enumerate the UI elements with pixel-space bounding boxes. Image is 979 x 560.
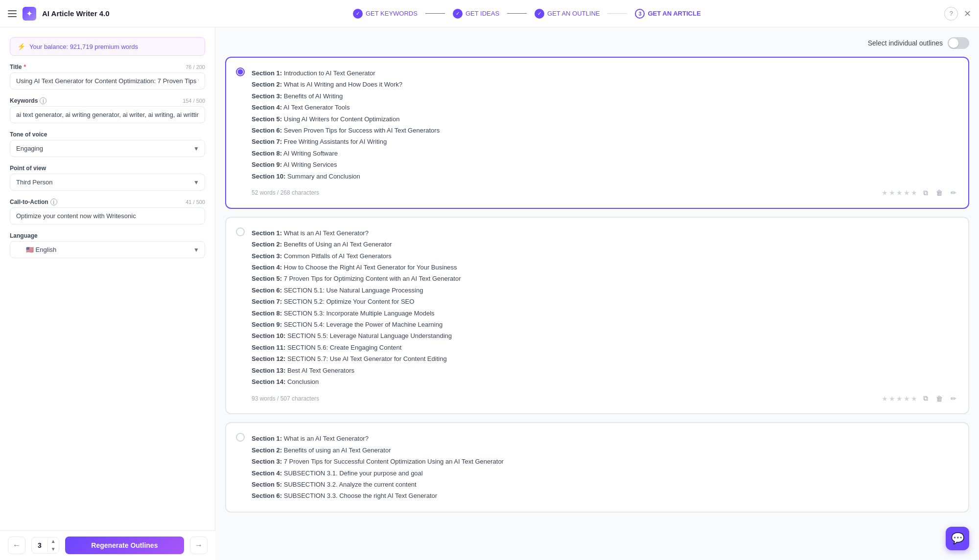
app-title: AI Article Writer 4.0 [42,9,110,18]
star-2[interactable]: ★ [889,395,895,403]
keywords-label: Keywords i [10,97,47,104]
keywords-info-icon[interactable]: i [40,97,47,104]
language-field-group: Language 🇺🇸 English 🇪🇸 Spanish 🇫🇷 French… [10,232,205,258]
outline-1-section-4: Section 4: AI Text Generator Tools [252,102,958,113]
star-3[interactable]: ★ [896,395,903,403]
step-outline[interactable]: ✓ GET AN OUTLINE [527,9,607,19]
star-5[interactable]: ★ [911,395,917,403]
tone-label: Tone of voice [10,131,205,138]
title-field-group: Title * 76 / 200 [10,64,205,90]
step-ideas[interactable]: ✓ GET IDEAS [445,9,507,19]
pov-label: Point of view [10,165,205,172]
outline-3-section-4: Section 4: SUBSECTION 3.1. Define your p… [252,468,958,479]
app-logo: ✦ [23,7,36,21]
outline-1-section-5: Section 5: Using AI Writers for Content … [252,113,958,125]
step-keywords[interactable]: ✓ GET KEYWORDS [345,9,425,19]
step-check-outline: ✓ [535,9,544,19]
keywords-field-group: Keywords i 154 / 500 [10,97,205,123]
individual-outlines-toggle[interactable] [948,37,969,49]
step-article[interactable]: 3 GET AN ARTICLE [627,9,708,19]
outline-1-stars[interactable]: ★ ★ ★ ★ ★ [882,189,917,197]
outline-radio-1[interactable] [236,67,245,76]
help-icon[interactable]: ? [944,7,958,21]
language-select[interactable]: 🇺🇸 English 🇪🇸 Spanish 🇫🇷 French 🇩🇪 Germa… [10,241,205,258]
chatbot-icon: 💬 [951,532,964,545]
count-down[interactable]: ▼ [48,545,59,553]
language-label: Language [10,232,205,239]
outline-2-content: Section 1: What is an AI Text Generator?… [236,227,958,387]
count-value: 3 [32,538,48,552]
outline-2-section-12: Section 12: SECTION 5.7: Use AI Text Gen… [252,353,958,364]
hamburger-menu[interactable] [8,10,17,17]
star-1[interactable]: ★ [882,395,888,403]
star-2[interactable]: ★ [889,189,895,197]
outline-card-2: Section 1: What is an AI Text Generator?… [225,217,969,414]
regenerate-button[interactable]: Regenerate Outlines [65,537,184,554]
cta-input[interactable] [10,207,205,224]
outline-2-section-13: Section 13: Best AI Text Generators [252,365,958,376]
keywords-count: 154 / 500 [183,98,205,104]
outline-2-section-11: Section 11: SECTION 5.6: Create Engaging… [252,342,958,353]
copy-icon-1[interactable]: ⧉ [921,188,930,198]
count-box: 3 ▲ ▼ [31,537,59,554]
outline-2-section-14: Section 14: Conclusion [252,376,958,387]
outline-radio-2[interactable] [236,227,245,236]
outline-2-section-9: Section 9: SECTION 5.4: Leverage the Pow… [252,319,958,330]
star-1[interactable]: ★ [882,189,888,197]
chatbot-button[interactable]: 💬 [946,527,969,550]
balance-bar: ⚡ Your balance: 921,719 premium words [10,37,205,56]
delete-icon-1[interactable]: 🗑 [934,188,945,198]
balance-text: Your balance: 921,719 premium words [29,43,138,50]
nav-right: ? ✕ [944,7,971,21]
outline-2-stats: 93 words / 507 characters [252,395,319,402]
outline-1-section-1: Section 1: Introduction to AI Text Gener… [252,67,958,79]
prev-button[interactable]: ← [8,537,25,554]
outline-2-section-8: Section 8: SECTION 5.3: Incorporate Mult… [252,308,958,319]
outline-1-section-8: Section 8: AI Writing Software [252,148,958,159]
star-5[interactable]: ★ [911,189,917,197]
outline-1-stats: 52 words / 268 characters [252,189,319,196]
step-check-ideas: ✓ [453,9,463,19]
sidebar-footer: ← 3 ▲ ▼ Regenerate Outlines → [0,530,215,560]
connector-2 [507,13,527,14]
outline-2-section-5: Section 5: 7 Proven Tips for Optimizing … [252,273,958,284]
title-label: Title * [10,64,26,70]
next-button[interactable]: → [190,537,208,554]
outline-3-section-3: Section 3: 7 Proven Tips for Successful … [252,456,958,467]
keywords-input[interactable] [10,106,205,123]
star-4[interactable]: ★ [904,189,910,197]
top-nav: ✦ AI Article Writer 4.0 ✓ GET KEYWORDS ✓… [0,0,979,27]
outline-card-1: Section 1: Introduction to AI Text Gener… [225,57,969,209]
outline-1-footer: 52 words / 268 characters ★ ★ ★ ★ ★ ⧉ 🗑 … [236,188,958,198]
outline-1-section-9: Section 9: AI Writing Services [252,159,958,170]
edit-icon-1[interactable]: ✏ [949,188,958,198]
edit-icon-2[interactable]: ✏ [949,394,958,403]
pov-select[interactable]: Third Person First Person Second Person [10,174,205,191]
outline-3-content: Section 1: What is an AI Text Generator?… [236,433,958,501]
close-button[interactable]: ✕ [964,8,971,19]
outline-card-3: Section 1: What is an AI Text Generator?… [225,422,969,512]
main-content: Select individual outlines Section 1: In… [215,27,979,560]
title-count: 76 / 200 [186,64,205,70]
connector-1 [425,13,445,14]
delete-icon-2[interactable]: 🗑 [934,394,945,403]
cta-label: Call-to-Action i [10,199,57,205]
cta-info-icon[interactable]: i [50,199,57,205]
outline-2-stars[interactable]: ★ ★ ★ ★ ★ [882,395,917,403]
connector-3 [607,13,627,14]
sidebar: ⚡ Your balance: 921,719 premium words Ti… [0,27,215,560]
outline-2-section-7: Section 7: SECTION 5.2: Optimize Your Co… [252,296,958,307]
star-3[interactable]: ★ [896,189,903,197]
title-input[interactable] [10,72,205,90]
star-4[interactable]: ★ [904,395,910,403]
step-check-keywords: ✓ [353,9,363,19]
tone-select-wrapper: Engaging Professional Casual Formal Frie… [10,140,205,157]
toggle-label: Select individual outlines [868,39,943,47]
outline-1-content: Section 1: Introduction to AI Text Gener… [236,67,958,182]
balance-icon: ⚡ [17,43,25,50]
copy-icon-2[interactable]: ⧉ [921,393,930,403]
content-header: Select individual outlines [225,37,969,49]
count-up[interactable]: ▲ [48,538,59,545]
outline-1-section-10: Section 10: Summary and Conclusion [252,171,958,182]
tone-select[interactable]: Engaging Professional Casual Formal Frie… [10,140,205,157]
